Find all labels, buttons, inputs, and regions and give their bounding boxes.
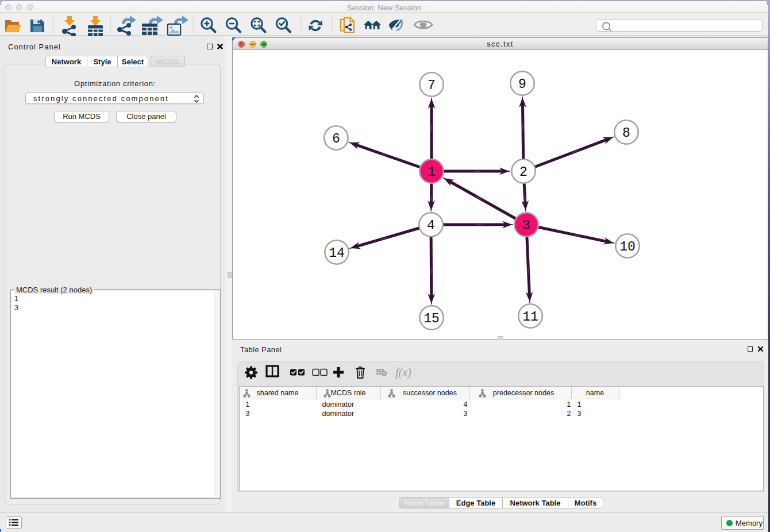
svg-text:3: 3 (522, 218, 530, 233)
svg-text:11: 11 (522, 310, 538, 325)
svg-text:2: 2 (519, 165, 528, 180)
svg-text:1: 1 (428, 165, 436, 180)
svg-text:8: 8 (622, 126, 630, 141)
svg-text:10: 10 (619, 240, 636, 255)
svg-text:15: 15 (424, 311, 440, 326)
svg-text:14: 14 (329, 246, 345, 261)
svg-text:6: 6 (332, 132, 340, 147)
svg-text:7: 7 (428, 78, 436, 93)
svg-text:f(x): f(x) (395, 366, 411, 379)
svg-text:9: 9 (518, 77, 526, 92)
svg-text:4: 4 (427, 218, 435, 233)
